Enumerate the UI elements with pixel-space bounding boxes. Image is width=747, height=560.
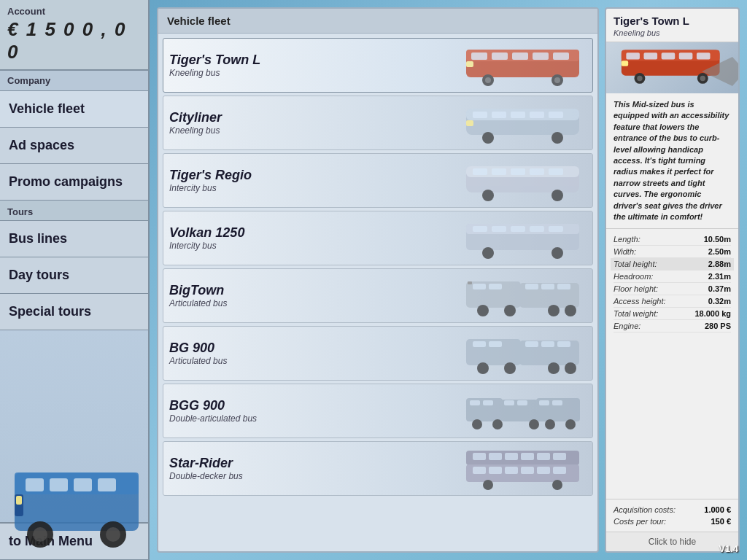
vehicle-type: Double-decker bus [169,471,455,481]
svg-point-72 [504,362,516,374]
sidebar-item-vehicle-fleet[interactable]: Vehicle fleet [0,91,148,128]
vehicle-item[interactable]: Tiger's Town L Kneeling bus [163,38,593,93]
svg-rect-57 [525,284,538,289]
svg-rect-29 [530,112,544,118]
cost-label: Acquisition costs: [614,505,676,514]
vehicle-info: Tiger's Town L Kneeling bus [169,52,455,78]
vehicle-image [455,387,587,435]
svg-rect-45 [473,226,487,232]
svg-rect-98 [489,467,502,474]
svg-rect-5 [98,478,116,491]
spec-label: Access height: [614,297,666,306]
spec-row-access-height: Access height: 0.32m [614,295,731,308]
svg-rect-33 [466,120,473,126]
svg-point-20 [485,77,491,83]
sidebar: Account € 1 5 0 0 , 0 0 Company Vehicle … [0,0,150,560]
vehicle-list: Tiger's Town L Kneeling bus [158,34,597,551]
vehicle-item[interactable]: BigTown Articulated bus [163,268,593,323]
svg-rect-92 [489,453,502,460]
vehicle-name: Tiger's Town L [169,52,455,68]
svg-point-104 [552,480,562,490]
vehicle-item[interactable]: BG 900 Articulated bus [163,326,593,381]
svg-rect-28 [511,112,525,118]
vehicle-list-panel: Vehicle fleet Tiger's Town L Kneeling bu… [157,7,599,553]
spec-value: 0.37m [708,284,731,293]
vehicle-name: BG 900 [169,341,455,356]
svg-rect-47 [511,226,525,232]
vehicle-type: Articulated bus [169,356,455,366]
sidebar-item-ad-spaces[interactable]: Ad spaces [0,128,148,164]
detail-bus-image [606,42,738,93]
svg-point-84 [472,419,482,429]
spec-value: 0.32m [708,297,731,306]
svg-rect-2 [26,478,44,491]
main-content: Vehicle fleet Tiger's Town L Kneeling bu… [157,7,740,553]
svg-point-7 [33,527,47,542]
svg-rect-102 [553,467,566,474]
svg-point-73 [548,362,560,374]
spec-label: Floor height: [614,284,658,293]
svg-point-74 [565,362,576,374]
vehicle-item[interactable]: Tiger's Regio Intercity bus [163,153,593,208]
sidebar-item-bus-lines[interactable]: Bus lines [0,221,148,257]
svg-point-113 [637,75,642,80]
spec-value: 2.50m [708,247,731,256]
svg-rect-17 [533,52,549,60]
svg-rect-101 [537,467,550,474]
tours-section-label: Tours [0,201,148,221]
sidebar-item-promo-campaigns[interactable]: Promo campaigns [0,164,148,201]
spec-label: Engine: [614,322,640,330]
detail-subtitle: Kneeling bus [606,28,738,42]
sidebar-item-special-tours[interactable]: Special tours [0,294,148,330]
svg-point-61 [504,305,516,316]
vehicle-item[interactable]: Cityliner Kneeling bus [163,96,593,150]
detail-title: Tiger's Town L [606,9,738,28]
svg-rect-14 [471,52,487,60]
vehicle-image [455,214,587,262]
vehicle-item[interactable]: BGG 900 Double-articulated bus [163,384,593,438]
svg-rect-30 [549,112,563,118]
svg-rect-58 [541,284,554,289]
spec-row-total-height: Total height: 2.88m [611,258,734,271]
svg-rect-79 [483,400,493,405]
vehicle-image [455,445,587,492]
vehicle-item[interactable]: Star-Rider Double-decker bus [163,441,593,496]
svg-rect-39 [530,168,544,175]
spec-row-width: Width: 2.50m [614,246,731,258]
svg-rect-23 [466,61,473,67]
sidebar-item-day-tours[interactable]: Day tours [0,257,148,294]
svg-rect-94 [521,453,534,460]
spec-label: Length: [614,235,640,244]
svg-rect-4 [74,478,92,491]
svg-point-42 [551,190,563,201]
cost-row-acquisition: Acquisition costs: 1.000 € [614,504,731,516]
spec-value: 2.88m [708,260,731,268]
vehicle-info: Cityliner Kneeling bus [169,110,455,136]
detail-specs: Length: 10.50m Width: 2.50m Total height… [606,229,738,499]
svg-point-31 [482,132,494,144]
svg-rect-55 [473,284,486,289]
svg-point-103 [483,480,493,490]
svg-rect-40 [549,168,563,175]
vehicle-image [455,272,587,319]
vehicle-name: Cityliner [169,110,455,125]
svg-rect-48 [530,226,544,232]
svg-rect-99 [505,467,518,474]
vehicle-item[interactable]: Volkan 1250 Intercity bus [163,211,593,265]
svg-rect-27 [492,112,506,118]
vehicle-type: Intercity bus [169,241,455,251]
svg-rect-109 [662,52,676,59]
svg-rect-36 [473,168,487,175]
svg-rect-54 [468,281,472,284]
svg-rect-66 [473,341,486,347]
svg-rect-110 [679,52,693,59]
svg-point-85 [492,419,503,429]
spec-row-engine: Engine: 280 PS [614,320,731,332]
vehicle-image [455,157,587,204]
vehicle-info: BGG 900 Double-articulated bus [169,398,455,424]
spec-value: 18.000 kg [694,309,731,318]
spec-label: Headroom: [614,272,653,281]
vehicle-info: BigTown Articulated bus [169,283,455,308]
spec-label: Total weight: [614,309,658,318]
spec-label: Total height: [614,260,657,268]
